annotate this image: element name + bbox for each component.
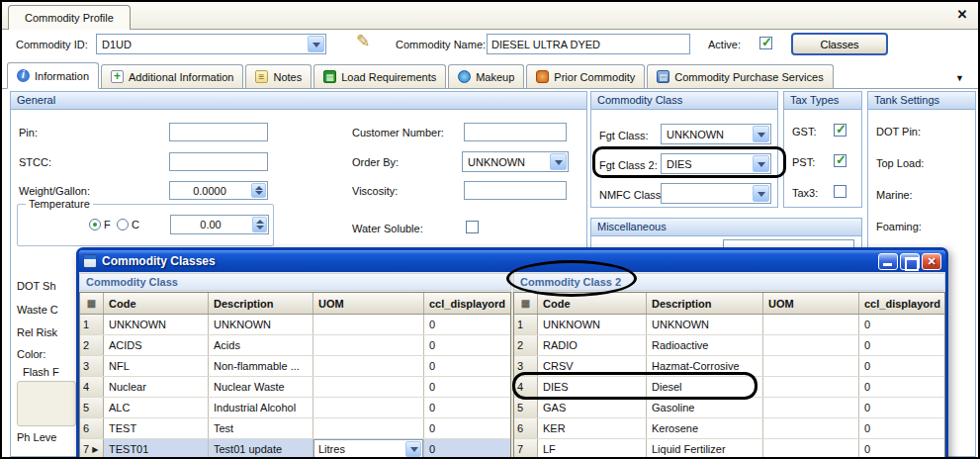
temperature-spinner[interactable]: 0.00 <box>170 215 269 234</box>
minimize-button[interactable] <box>878 253 898 270</box>
tab-item[interactable]: Prior Commodity <box>526 64 645 88</box>
uom-cell <box>763 439 859 459</box>
column-header[interactable]: ccl_displayord <box>859 293 945 314</box>
table-row[interactable]: 7▶ TEST01 Test01 update Litres 0 <box>80 439 510 459</box>
tank-setting-label: Marine: <box>876 189 913 201</box>
pin-input[interactable] <box>169 123 268 141</box>
description-cell: Gasoline <box>647 398 763 417</box>
celsius-label: C <box>132 219 139 230</box>
column-header[interactable]: Code <box>538 293 647 314</box>
order-by-select[interactable]: UNKNOWN <box>462 151 569 172</box>
table-row[interactable]: 1▶ UNKNOWN UNKNOWN 0 <box>80 315 510 335</box>
tab-item[interactable]: Additional Information <box>101 64 243 88</box>
commodity-id-label: Commodity ID: <box>16 39 88 50</box>
column-header[interactable]: Description <box>647 293 763 314</box>
dialog-icon <box>83 254 97 268</box>
column-header[interactable]: Description <box>209 293 313 314</box>
column-header[interactable]: UOM <box>313 293 424 314</box>
table-row[interactable]: 5▶ ALC Industrial Alcohol 0 <box>80 398 510 418</box>
chevron-down-icon[interactable] <box>753 126 769 142</box>
chevron-down-icon[interactable] <box>550 153 567 170</box>
window-close-icon[interactable]: ✕ <box>953 6 971 24</box>
column-header[interactable]: Code <box>104 293 209 314</box>
tax-label: Tax3: <box>792 187 818 199</box>
table-row[interactable]: 6 KER Kerosene 0 <box>514 418 944 439</box>
code-cell: KER <box>538 418 647 438</box>
tab-icon <box>458 70 471 83</box>
fgt-class-select[interactable]: UNKNOWN <box>661 124 771 144</box>
tab-item[interactable]: Notes <box>245 64 312 88</box>
row-number-cell: 7▶ <box>80 439 104 459</box>
chevron-down-icon[interactable] <box>753 185 769 202</box>
uom-cell[interactable] <box>313 335 424 355</box>
uom-cell <box>763 398 859 417</box>
tab-overflow-icon[interactable]: ▼ <box>955 73 964 83</box>
table-row[interactable]: 4▶ Nuclear Nuclear Waste 0 <box>80 377 510 398</box>
active-checkbox[interactable] <box>759 37 772 49</box>
uom-cell[interactable] <box>313 377 424 397</box>
description-cell: UNKNOWN <box>209 315 313 334</box>
water-soluble-checkbox[interactable] <box>466 221 479 233</box>
tab-item[interactable]: Information <box>7 62 99 89</box>
grid-header-row: ▦ Code Description UOM ccl_displayord <box>80 293 510 315</box>
fgt-class2-select[interactable]: DIES <box>661 153 771 174</box>
spinner-buttons[interactable] <box>252 217 267 232</box>
close-button[interactable] <box>922 253 941 270</box>
nmfc-class-select[interactable] <box>661 183 771 204</box>
uom-cell[interactable]: Litres <box>313 439 424 459</box>
viscosity-input[interactable] <box>464 181 567 200</box>
table-row[interactable]: 3▶ NFL Non-flammable ... 0 <box>80 356 510 377</box>
description-cell: Acids <box>209 335 313 355</box>
tab-item[interactable]: Commodity Purchase Services <box>647 64 833 88</box>
weight-gallon-spinner[interactable]: 0.0000 <box>169 181 268 200</box>
color-label: Color: <box>17 348 45 360</box>
chevron-down-icon[interactable] <box>308 36 324 52</box>
fgt-class2-label: Fgt Class 2: <box>599 159 658 171</box>
uom-cell[interactable] <box>313 418 424 438</box>
code-cell: ALC <box>104 398 209 417</box>
stcc-input[interactable] <box>169 152 268 171</box>
row-number-cell: 7 <box>514 439 538 459</box>
celsius-radio[interactable] <box>117 219 129 230</box>
uom-dropdown-arrow-icon[interactable] <box>405 441 421 457</box>
commodity-class-2-grid: ▦ Code Description UOM ccl_displayord 1 … <box>513 292 945 459</box>
table-row[interactable]: 6▶ TEST Test 0 <box>80 418 510 439</box>
fahrenheit-label: F <box>104 219 111 230</box>
column-header[interactable]: UOM <box>763 293 859 314</box>
commodity-name-input[interactable] <box>487 34 690 54</box>
table-row[interactable]: 2 RADIO Radioactive 0 <box>514 335 944 356</box>
dialog-titlebar[interactable]: Commodity Classes <box>79 250 945 272</box>
tax-checkbox[interactable] <box>834 185 846 198</box>
spinner-buttons[interactable] <box>251 183 266 198</box>
table-row[interactable]: 7 LF Liquid Fertilizer 0 <box>514 439 944 459</box>
tab-item[interactable]: Load Requirements <box>313 64 446 88</box>
uom-cell[interactable] <box>313 398 424 417</box>
table-row[interactable]: 1 UNKNOWN UNKNOWN 0 <box>514 315 944 335</box>
edit-pencil-icon[interactable]: ✎ <box>356 31 370 51</box>
fahrenheit-radio[interactable] <box>89 219 101 230</box>
waste-code-label: Waste C <box>17 304 58 316</box>
description-cell: Radioactive <box>647 335 763 355</box>
uom-cell[interactable] <box>313 315 424 334</box>
displayord-cell: 0 <box>859 439 945 459</box>
fgt-class-value: UNKNOWN <box>667 129 724 140</box>
tab-icon <box>536 70 549 83</box>
customer-number-input[interactable] <box>464 123 567 141</box>
chevron-down-icon[interactable] <box>753 155 769 172</box>
tax-checkbox[interactable] <box>834 124 846 137</box>
tank-setting-row: Foaming: <box>868 211 975 242</box>
table-row[interactable]: 5 GAS Gasoline 0 <box>514 398 944 418</box>
tax-checkbox[interactable] <box>834 154 846 167</box>
window-tab-commodity-profile[interactable]: Commodity Profile <box>8 5 131 30</box>
commodity-id-select[interactable]: D1UD <box>96 34 326 54</box>
description-cell: Kerosene <box>647 418 763 438</box>
uom-cell[interactable] <box>313 356 424 376</box>
table-row[interactable]: 4 DIES Diesel 0 <box>514 377 944 398</box>
maximize-button[interactable] <box>900 253 920 270</box>
classes-button[interactable]: Classes <box>791 33 888 55</box>
table-row[interactable]: 3 CRSV Hazmat-Corrosive 0 <box>514 356 944 377</box>
tab-item[interactable]: Makeup <box>448 64 524 88</box>
row-number-cell: 2 <box>514 335 538 355</box>
column-header[interactable]: ccl_displayord <box>424 293 511 314</box>
table-row[interactable]: 2▶ ACIDS Acids 0 <box>80 335 510 356</box>
